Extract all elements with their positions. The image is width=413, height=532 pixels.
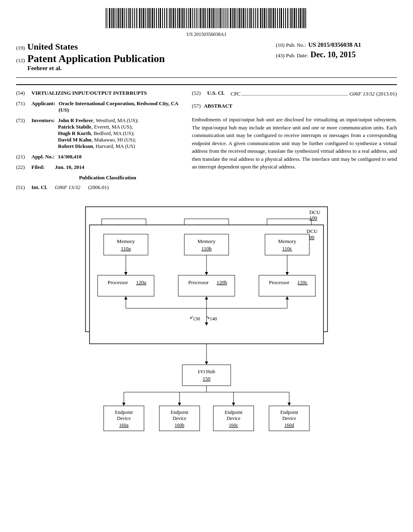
label-140-tick: ↘ xyxy=(206,314,210,320)
iohub-label: I/O Hub xyxy=(198,368,215,374)
ep-b-l2: Device xyxy=(173,416,186,421)
applicant-name: Feehrer et al. xyxy=(27,65,260,72)
proc-b-sub: 120b xyxy=(217,279,227,285)
main-diagram: DCU 100 Memory 110a Memory 110b Memory 1… xyxy=(81,219,332,453)
country-line: (19) United States xyxy=(16,42,260,52)
proc-b-label: Processor xyxy=(188,279,209,285)
ep-b-l1: Endpoint xyxy=(171,409,189,415)
inventors-list: John R Feehrer, Westford, MA (US); Patri… xyxy=(58,117,184,150)
int-cl-year: (2006.01) xyxy=(88,184,109,190)
mem-b-label: Memory xyxy=(198,238,216,244)
proc-b-box xyxy=(178,275,235,296)
int-cl-label: Int. Cl. xyxy=(31,184,52,191)
ep-d-sub: 160d xyxy=(284,422,294,428)
us-cl-field: (52) U.S. Cl. CPC G06F 13/32 (2013.01) xyxy=(192,90,397,97)
filed-label: Filed: xyxy=(31,164,52,170)
diagram-wrapper: DCU 100 Memory 110a Memory 110b Memory 1… xyxy=(16,219,397,453)
barcode-image xyxy=(106,8,307,28)
iohub-num: 150 xyxy=(202,376,211,382)
inventor-1: Patrick Stabile xyxy=(58,124,92,130)
abstract-section: (57) ABSTRACT Embodiments of input/outpu… xyxy=(192,103,397,171)
right-column: (52) U.S. Cl. CPC G06F 13/32 (2013.01) (… xyxy=(192,90,397,195)
inventors-num: (72) xyxy=(16,117,28,150)
cpc-dots xyxy=(242,90,348,96)
pub-date-row: (43) Pub. Date: Dec. 10, 2015 xyxy=(276,50,397,59)
pub-no-value: US 2015/0356038 A1 xyxy=(308,42,361,48)
cpc-section: CPC G06F 13/32 (2013.01) xyxy=(231,90,397,97)
dcu-to-iohub-arrow xyxy=(205,362,208,365)
pub-date-label: (43) Pub. Date: xyxy=(276,52,308,59)
pub-no-label: (10) Pub. No.: xyxy=(276,42,306,48)
proc-a-sub: 120a xyxy=(136,279,146,285)
int-cl-num: (51) xyxy=(16,184,28,191)
cpc-year: (2013.01) xyxy=(376,91,397,97)
iohub-box xyxy=(182,365,231,386)
dcu-text: DCU xyxy=(307,228,318,234)
mem-b-box xyxy=(184,234,229,255)
int-cl-field: (51) Int. Cl. G06F 13/32 (2006.01) xyxy=(16,184,184,191)
int-cl-values: G06F 13/32 (2006.01) xyxy=(55,184,184,191)
patent-title: Patent Application Publication xyxy=(27,53,165,65)
ep-a-arrow xyxy=(122,403,125,406)
ep-a-l1: Endpoint xyxy=(115,409,133,415)
applicant-field: (71) Applicant: Oracle International Cor… xyxy=(16,100,184,113)
country-name: United States xyxy=(27,42,78,52)
abstract-text: Embodiments of input/output hub unit are… xyxy=(192,116,397,171)
ep-a-l2: Device xyxy=(117,416,131,421)
label-140: 140 xyxy=(210,316,217,322)
dcu-label: DCU xyxy=(309,209,321,215)
barcode-area xyxy=(16,8,397,30)
title-value: VIRTUALIZING INPUT/OUTPUT INTERRUPTS xyxy=(31,90,184,96)
filed-value: Jun. 10, 2014 xyxy=(55,164,184,170)
cpc-label: CPC xyxy=(231,91,241,97)
ep-c-sub: 160c xyxy=(229,422,238,428)
patent-num: (12) xyxy=(16,57,25,64)
ep-c-arrow xyxy=(232,403,235,406)
proc-a-box xyxy=(98,275,154,296)
ep-c-l1: Endpoint xyxy=(225,409,243,415)
mem-b-sub: 110b xyxy=(201,245,212,251)
mem-c-sub: 110c xyxy=(282,245,292,251)
ep-d-arrow xyxy=(288,403,291,406)
inventor-4: Robert Dickson xyxy=(58,143,93,149)
country-num: (19) xyxy=(16,45,25,51)
inventor-0: John R Feehrer xyxy=(58,117,93,123)
us-cl-num: (52) xyxy=(192,90,204,97)
pub-number-top: US 20150356038A1 xyxy=(16,31,397,37)
mem-a-label: Memory xyxy=(117,238,135,244)
header-divider xyxy=(16,77,397,78)
inventors-label: Inventors: xyxy=(31,117,55,150)
filed-num: (22) xyxy=(16,164,28,170)
pub-class-label: Publication Classification xyxy=(31,175,184,181)
ep-b-sub: 160b xyxy=(175,422,184,428)
proc-a-label: Processor xyxy=(108,279,128,285)
us-cl-label: U.S. Cl. xyxy=(207,90,227,97)
appl-no-value: 14/300,418 xyxy=(58,154,184,160)
applicant-company: Oracle International Corporation, Redwoo… xyxy=(58,100,178,113)
inventors-field: (72) Inventors: John R Feehrer, Westford… xyxy=(16,117,184,150)
appl-no-field: (21) Appl. No.: 14/300,418 xyxy=(16,154,184,160)
patent-line: (12) Patent Application Publication xyxy=(16,53,260,65)
header-left: (19) United States (12) Patent Applicati… xyxy=(16,42,260,72)
mem-c-box xyxy=(265,234,309,255)
ep-d-l1: Endpoint xyxy=(280,409,298,415)
header-top: (19) United States (12) Patent Applicati… xyxy=(16,42,397,72)
pub-no-row: (10) Pub. No.: US 2015/0356038 A1 xyxy=(276,42,397,48)
proc-c-label: Processor xyxy=(269,279,290,285)
ep-d-l2: Device xyxy=(282,416,296,421)
mem-a-sub: 110a xyxy=(121,245,131,251)
abstract-header: (57) ABSTRACT xyxy=(192,103,397,112)
title-num: (54) xyxy=(16,90,28,96)
pub-date-value: Dec. 10, 2015 xyxy=(311,50,356,59)
cpc-row: CPC G06F 13/32 (2013.01) xyxy=(231,90,397,97)
main-content: (54) VIRTUALIZING INPUT/OUTPUT INTERRUPT… xyxy=(16,84,397,195)
abstract-label: ABSTRACT xyxy=(204,103,232,109)
label-130: 130 xyxy=(193,316,200,322)
appl-no-label: Appl. No.: xyxy=(31,154,54,160)
proc-c-sub: 120c xyxy=(297,279,308,285)
appl-no-num: (21) xyxy=(16,154,28,160)
ep-b-arrow xyxy=(178,403,181,406)
title-field: (54) VIRTUALIZING INPUT/OUTPUT INTERRUPT… xyxy=(16,90,184,96)
filed-field: (22) Filed: Jun. 10, 2014 xyxy=(16,164,184,170)
int-cl-value: G06F 13/32 xyxy=(55,184,80,190)
